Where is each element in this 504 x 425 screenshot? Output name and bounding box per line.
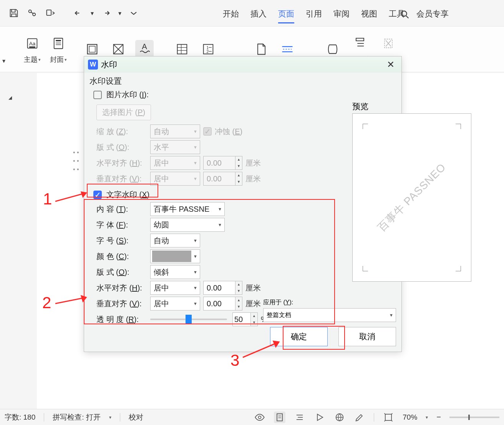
size-combo[interactable]: 自动▼ (150, 234, 200, 247)
valign2-label: 垂直对齐 (V): (96, 299, 147, 309)
svg-text:2: 2 (207, 50, 209, 54)
tab-member[interactable]: 会员专享 (416, 5, 449, 23)
watermark-dialog: W 水印 ✕ 水印设置 图片水印 (I): 选择图片 (P) 缩 放 (Z): … (84, 56, 402, 352)
halign2-num[interactable]: 0.00 (203, 281, 235, 295)
drag-handle-icon[interactable]: •••••• (73, 149, 79, 173)
valign2-spinner[interactable]: ▲▼ (235, 297, 242, 310)
tab-view[interactable]: 视图 (361, 5, 377, 23)
size-label: 字 号 (S): (96, 236, 147, 246)
svg-rect-2 (47, 10, 51, 15)
more-dropdown-icon[interactable] (125, 5, 142, 22)
watermark-icon: A (135, 40, 154, 58)
valign2-num[interactable]: 0.00 (203, 297, 235, 310)
svg-rect-47 (385, 414, 391, 420)
transparency-slider[interactable] (150, 319, 227, 320)
zoom-out-icon[interactable]: − (436, 413, 441, 422)
ribbon-newpage[interactable] (252, 40, 270, 58)
transparency-value[interactable]: 50 (232, 312, 251, 326)
play-icon[interactable] (314, 412, 325, 423)
status-bar: 字数: 180 拼写检查: 打开▾ 校对 70%▾ − (0, 409, 504, 425)
image-watermark-checkbox[interactable] (93, 91, 102, 99)
layout2-label: 版 式 (O): (96, 267, 147, 277)
section-heading: 水印设置 (90, 76, 396, 86)
dialog-title: 水印 (101, 59, 117, 70)
svg-text:A: A (142, 42, 147, 51)
tab-review[interactable]: 审阅 (333, 5, 350, 23)
transparency-spinner[interactable]: ▲▼ (251, 312, 258, 326)
nav-icon (351, 34, 369, 53)
layout2-combo[interactable]: 倾斜▼ (150, 265, 200, 279)
ribbon-grid[interactable] (173, 40, 191, 58)
color-label: 颜 色 (C): (96, 251, 147, 262)
halign1-num: 0.00 (203, 156, 235, 170)
text-watermark-label: 文字水印 (X) (106, 189, 149, 200)
ribbon-section[interactable] (323, 40, 342, 58)
web-view-icon[interactable] (334, 412, 345, 423)
dialog-titlebar: W 水印 ✕ (84, 56, 401, 73)
undo-icon[interactable] (70, 5, 87, 22)
preview-label: 预览 (352, 101, 368, 112)
ribbon-pagecolor[interactable] (109, 40, 128, 58)
halign2-unit: 厘米 (245, 283, 261, 293)
preview-icon[interactable] (42, 5, 59, 22)
save-icon[interactable] (5, 5, 22, 22)
preview-box: 百事牛 PASSNEO (352, 113, 471, 282)
halign2-combo[interactable]: 居中▼ (150, 281, 200, 295)
svg-point-39 (259, 416, 261, 418)
undo-dropdown-icon[interactable]: ▾ (88, 5, 96, 22)
outline-view-icon[interactable] (294, 412, 305, 423)
redo-dropdown-icon[interactable]: ▾ (116, 5, 124, 22)
ribbon-corner-icon[interactable]: ◢ (8, 95, 12, 100)
color-combo[interactable]: ▼ (150, 249, 200, 263)
text-watermark-checkbox[interactable]: ✓ (93, 191, 102, 199)
scale-label: 缩 放 (Z): (96, 126, 147, 137)
linenumber-icon: 12 (199, 40, 217, 58)
spellcheck-status[interactable]: 拼写检查: 打开 (53, 412, 101, 422)
close-icon[interactable]: ✕ (384, 59, 398, 70)
ribbon-border[interactable] (83, 40, 101, 58)
valign1-num: 0.00 (203, 172, 235, 186)
svg-marker-34 (81, 192, 86, 197)
annotation-3: 3 (230, 351, 239, 370)
svg-rect-11 (88, 45, 97, 54)
ribbon-linenumber[interactable]: 12 (199, 40, 217, 58)
edit-mode-icon[interactable] (354, 412, 365, 423)
content-label: 内 容 (T): (96, 204, 147, 214)
fit-width-icon[interactable] (383, 412, 394, 423)
page-view-icon[interactable] (274, 412, 285, 423)
tab-insert[interactable]: 插入 (250, 5, 267, 23)
eye-icon[interactable] (254, 412, 265, 423)
ribbon-watermark[interactable]: A (135, 40, 154, 58)
halign2-spinner[interactable]: ▲▼ (235, 281, 242, 295)
valign1-combo: 居中▼ (150, 172, 200, 186)
ribbon-cover[interactable]: 封面▾ (49, 34, 68, 64)
ribbon-cover-label: 封面 (50, 55, 64, 64)
transparency-label: 透 明 度 (R): (96, 314, 147, 325)
valign2-combo[interactable]: 居中▼ (150, 297, 200, 310)
ribbon-left-dropdown[interactable]: ▾ (2, 57, 5, 65)
search-icon[interactable] (396, 6, 413, 23)
zoom-level[interactable]: 70% (403, 413, 417, 422)
app-logo-icon: W (88, 60, 98, 70)
content-combo[interactable]: 百事牛 PASSNE▼ (150, 202, 225, 216)
ribbon-pagebreak[interactable] (278, 40, 297, 58)
tab-start[interactable]: 开始 (223, 5, 239, 23)
pagecolor-icon (109, 40, 128, 58)
cancel-button[interactable]: 取消 (338, 327, 396, 346)
zoom-slider[interactable] (449, 417, 499, 418)
word-count[interactable]: 字数: 180 (5, 412, 35, 422)
tab-reference[interactable]: 引用 (306, 5, 322, 23)
main-tabs: 开始 插入 页面 引用 审阅 视图 工具 会员专享 (223, 5, 449, 23)
tab-page[interactable]: 页面 (278, 5, 294, 23)
valign2-unit: 厘米 (245, 299, 261, 309)
print-icon[interactable] (24, 5, 41, 22)
halign2-label: 水平对齐 (H): (96, 283, 147, 293)
redo-icon[interactable] (98, 5, 114, 22)
apply-combo[interactable]: 整篇文档▼ (263, 308, 396, 322)
ribbon-theme[interactable]: Aa 主题▾ (23, 34, 41, 64)
section-icon (323, 40, 342, 58)
font-combo[interactable]: 幼圆▼ (150, 218, 225, 232)
proofread-status[interactable]: 校对 (129, 412, 143, 422)
newpage-icon (252, 40, 270, 58)
svg-rect-40 (277, 413, 282, 421)
